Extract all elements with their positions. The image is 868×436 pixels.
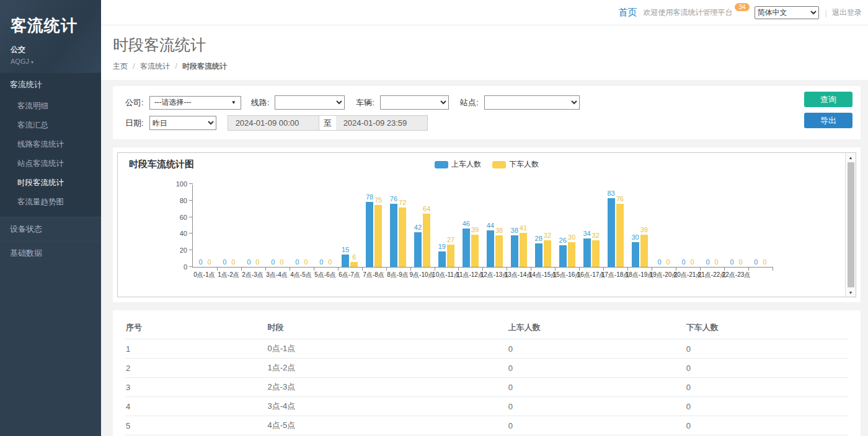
table-cell: 4点-5点 xyxy=(267,416,508,435)
scrollbar-thumb[interactable] xyxy=(848,162,854,287)
date-preset-select[interactable]: 昨日 xyxy=(149,116,216,130)
legend-chip-icon xyxy=(435,161,448,168)
date-label: 日期: xyxy=(125,118,144,129)
y-axis-label: 40 xyxy=(180,230,187,237)
sidebar-section-基础数据[interactable]: 基础数据 xyxy=(0,241,101,265)
x-axis-label: 3点-4点 xyxy=(265,271,289,279)
logout-link[interactable]: 退出登录 xyxy=(832,7,862,18)
vehicle-label: 车辆: xyxy=(356,97,374,108)
home-link[interactable]: 首页 xyxy=(618,7,637,19)
table-cell: 0 xyxy=(508,359,686,378)
legend-item-上车人数[interactable]: 上车人数 xyxy=(435,159,481,170)
sidebar-item-线路客流统计[interactable]: 线路客流统计 xyxy=(0,135,101,154)
bar-group-9点-10点: 4264 xyxy=(410,185,435,267)
sidebar-section-设备状态[interactable]: 设备状态 xyxy=(0,217,101,241)
table-cell: 0 xyxy=(686,416,848,435)
table-header-row: 序号时段上车人数下车人数 xyxy=(125,316,848,339)
bar-下车人数 xyxy=(350,262,358,267)
sidebar-item-时段客流统计[interactable]: 时段客流统计 xyxy=(0,173,101,193)
bar-value-label: 0 xyxy=(231,258,235,266)
x-axis-label-text: 4点-5点 xyxy=(290,271,311,279)
sidebar-item-站点客流统计[interactable]: 站点客流统计 xyxy=(0,154,101,173)
breadcrumb-current: 时段客流统计 xyxy=(182,62,227,71)
bar-上车人数 xyxy=(390,204,397,267)
bar-上车人数 xyxy=(414,232,422,267)
sidebar-item-客流明细[interactable]: 客流明细 xyxy=(0,97,101,116)
legend-chip-icon xyxy=(492,161,506,168)
bar-value-label: 42 xyxy=(414,224,422,232)
scroll-up-icon[interactable]: ▲ xyxy=(846,153,856,162)
company-select[interactable]: ---请选择--- ▼ xyxy=(149,96,241,110)
bar-group-14点-15点: 2832 xyxy=(531,185,555,267)
sidebar-item-客流量趋势图[interactable]: 客流量趋势图 xyxy=(0,193,101,212)
bar-value-label: 72 xyxy=(399,199,406,207)
table-cell: 0 xyxy=(508,416,686,435)
query-button[interactable]: 查询 xyxy=(804,92,852,107)
bar-group-23点-24点: 00 xyxy=(748,185,773,267)
bar-value-label: 0 xyxy=(255,258,259,266)
chart-scrollbar[interactable]: ▲ ▼ xyxy=(845,153,856,297)
bar-column: 0 xyxy=(761,258,768,267)
x-axis-label: 22点-23点 xyxy=(724,271,748,279)
sidebar-brand-block: 客流统计 公交 AQGJ▾ xyxy=(0,0,101,72)
table-cell: 0 xyxy=(508,378,686,397)
bar-上车人数 xyxy=(366,202,373,267)
export-button[interactable]: 导出 xyxy=(804,113,852,128)
x-axis-label: 16点-17点 xyxy=(579,271,603,279)
table-cell: 2点-3点 xyxy=(267,378,508,397)
bar-column: 0 xyxy=(278,258,285,267)
bar-group-4点-5点: 00 xyxy=(290,185,314,267)
x-axis-label-text: 7点-8点 xyxy=(363,271,384,279)
app-root: 客流统计 公交 AQGJ▾ 客流统计客流明细客流汇总线路客流统计站点客流统计时段… xyxy=(0,0,868,436)
date-from-input[interactable]: 2024-01-09 00:00 xyxy=(228,115,319,131)
x-axis-label-text: 3点-4点 xyxy=(266,271,287,279)
breadcrumb-separator: / xyxy=(175,62,177,71)
x-axis-label: 1点-2点 xyxy=(216,271,241,279)
date-range-separator: 至 xyxy=(319,115,336,131)
y-axis-tick xyxy=(189,183,193,184)
sidebar-item-客流汇总[interactable]: 客流汇总 xyxy=(0,116,101,135)
user-menu[interactable]: AQGJ▾ xyxy=(11,58,101,65)
language-select[interactable]: 简体中文 xyxy=(755,6,819,19)
legend-item-下车人数[interactable]: 下车人数 xyxy=(492,159,539,170)
bar-value-label: 0 xyxy=(730,258,733,266)
bar-value-label: 26 xyxy=(559,237,567,245)
legend-label: 上车人数 xyxy=(451,159,481,170)
sidebar: 客流统计 公交 AQGJ▾ 客流统计客流明细客流汇总线路客流统计站点客流统计时段… xyxy=(0,0,101,436)
bar-column: 0 xyxy=(269,258,277,267)
station-select[interactable] xyxy=(484,95,580,110)
bar-column: 0 xyxy=(689,258,696,267)
breadcrumb-home[interactable]: 主页 xyxy=(113,62,128,71)
table-row: 21点-2点00 xyxy=(125,359,848,378)
chart-box: 时段车流统计图 上车人数下车人数 00000000000015678757672… xyxy=(117,152,856,297)
sidebar-section-客流统计[interactable]: 客流统计 xyxy=(0,72,101,97)
bar-下车人数 xyxy=(399,207,406,267)
bar-group-17点-18点: 8376 xyxy=(603,185,627,267)
bar-column: 64 xyxy=(423,205,430,267)
table-cell: 0 xyxy=(508,397,686,416)
bar-下车人数 xyxy=(471,235,479,267)
app-logo: 客流统计 xyxy=(11,15,101,37)
bar-value-label: 0 xyxy=(754,258,758,266)
table-header-时段: 时段 xyxy=(267,316,508,339)
x-axis-label-text: 5点-6点 xyxy=(314,271,335,279)
bar-value-label: 0 xyxy=(304,258,308,266)
breadcrumb-passenger-stats[interactable]: 客流统计 xyxy=(140,62,170,71)
bar-上车人数 xyxy=(438,251,446,267)
bar-下车人数 xyxy=(495,235,503,267)
bar-column: 19 xyxy=(438,243,446,267)
date-to-input[interactable]: 2024-01-09 23:59 xyxy=(336,115,428,131)
scroll-down-icon[interactable]: ▼ xyxy=(846,288,856,297)
bar-column: 75 xyxy=(374,196,382,268)
bar-value-label: 0 xyxy=(658,258,662,266)
breadcrumb-separator: / xyxy=(133,62,135,71)
bar-上车人数 xyxy=(559,245,567,267)
line-select[interactable] xyxy=(275,95,345,110)
bar-group-2点-3点: 00 xyxy=(241,185,265,267)
legend-label: 下车人数 xyxy=(509,159,539,170)
bar-value-label: 32 xyxy=(592,232,600,240)
table-header-上车人数: 上车人数 xyxy=(508,316,686,339)
bar-value-label: 0 xyxy=(738,258,742,266)
vehicle-select[interactable] xyxy=(380,95,449,110)
bar-value-label: 30 xyxy=(568,233,575,242)
